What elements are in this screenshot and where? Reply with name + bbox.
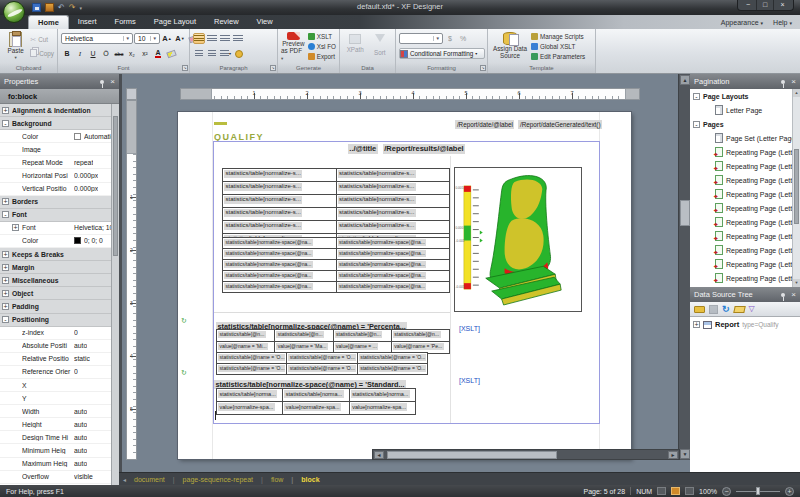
qat-menu-caret-icon[interactable]: ▾	[79, 3, 82, 13]
export-button[interactable]: Export	[308, 52, 336, 62]
grow-font-button[interactable]: A▲	[161, 33, 173, 44]
table-cell[interactable]: value[normalize-spa...	[350, 402, 415, 414]
blade-image[interactable]: 0.005 0.000 -0.001 -0.005	[454, 167, 582, 312]
subscript-button[interactable]: x₂	[126, 48, 138, 59]
breadcrumb-item[interactable]: flow	[257, 476, 287, 483]
table-cell[interactable]: statistics/table[normalize-s...	[337, 169, 450, 181]
property-row[interactable]: Color Automatic	[0, 130, 111, 143]
property-value[interactable]: auto	[74, 447, 87, 454]
xslt-tag[interactable]: [XSLT]	[459, 325, 480, 332]
pagination-tree-item[interactable]: Letter Page	[690, 103, 800, 117]
align-justify-button[interactable]	[232, 33, 244, 44]
shrink-font-button[interactable]: A▼	[174, 33, 186, 44]
stats-table-1[interactable]: statistics/table[normalize-s...statistic…	[222, 168, 450, 247]
indent-increase-button[interactable]	[206, 48, 218, 59]
xpath-field[interactable]: ../@title	[348, 144, 378, 154]
property-row[interactable]: + Object	[0, 287, 111, 300]
table-cell[interactable]: value[normalize-spa...	[283, 402, 349, 414]
table-cell[interactable]: statistics/table[normalize-space(@na...	[337, 249, 450, 259]
conditional-formatting-button[interactable]: Conditional Formatting ▾	[399, 48, 485, 59]
table-cell[interactable]: statistics/table[normalize-s...	[337, 208, 450, 220]
refresh-icon[interactable]: ↻	[722, 305, 730, 314]
underline-button[interactable]: U	[87, 48, 99, 59]
pin-icon[interactable]	[781, 293, 785, 297]
property-row[interactable]: Absolute Positi auto	[0, 340, 111, 353]
property-row[interactable]: + Keeps & Breaks	[0, 248, 111, 261]
expand-collapse-icon[interactable]: -	[2, 316, 9, 323]
property-value[interactable]: auto	[74, 460, 87, 467]
pin-icon[interactable]	[781, 80, 785, 84]
global-xslt-button[interactable]: Global XSLT	[531, 42, 585, 52]
copy-button[interactable]: Copy	[30, 48, 54, 58]
italic-button[interactable]: I	[74, 48, 86, 59]
breadcrumb-item[interactable]: page-sequence-repeat	[169, 476, 257, 483]
table-cell[interactable]: statistics/table[normalize-s...	[337, 221, 450, 233]
strikethrough-button[interactable]: abc	[113, 48, 125, 59]
table-cell[interactable]: statistics/table[@n...	[217, 330, 275, 341]
property-row[interactable]: Horizontal Posi 0.000px	[0, 169, 111, 182]
property-value[interactable]: auto	[74, 408, 87, 415]
scroll-right-icon[interactable]: ►	[668, 451, 678, 459]
pagination-tree-item[interactable]: Repeating Page (Letter Pa	[690, 243, 800, 257]
repeat-region-icon[interactable]: ↻	[181, 369, 187, 376]
expand-collapse-icon[interactable]: -	[2, 211, 9, 218]
property-row[interactable]: + Alignment & Indentation	[0, 104, 111, 117]
stats-table-2[interactable]: statistics/table[normalize-space(@na...s…	[222, 237, 450, 293]
property-value[interactable]: Helvetica; 10pt	[74, 224, 111, 231]
xpath-field[interactable]: /Report/results/@label	[383, 144, 465, 154]
table-cell[interactable]: statistics/table[normalize-space(@na...	[223, 249, 337, 259]
pagination-tree-item[interactable]: Repeating Page (Letter Pa	[690, 229, 800, 243]
highlight-button[interactable]	[165, 48, 177, 59]
xslt-tag[interactable]: [XSLT]	[459, 377, 480, 384]
pagination-tree-item[interactable]: Repeating Page (Letter Pa	[690, 201, 800, 215]
paragraph-marks-button[interactable]	[233, 48, 245, 59]
filter-icon[interactable]: ▽	[749, 305, 755, 313]
pagination-scrollbar[interactable]: ▲ ▼	[792, 89, 800, 287]
percent-format-button[interactable]: %	[457, 33, 469, 44]
table-cell[interactable]: statistics/table[normalize-s...	[223, 221, 337, 233]
expand-collapse-icon[interactable]: +	[2, 290, 9, 297]
property-row[interactable]: - Font	[0, 209, 111, 222]
table-cell[interactable]: statistics/table[normalize-s...	[223, 195, 337, 207]
table-cell[interactable]: statistics/table[normalize-space(@na...	[337, 260, 450, 270]
close-button[interactable]: ×	[774, 0, 791, 10]
align-right-button[interactable]	[219, 33, 231, 44]
property-row[interactable]: Y	[0, 392, 111, 405]
property-row[interactable]: - Background	[0, 117, 111, 130]
property-row[interactable]: Design Time Hi auto	[0, 431, 111, 444]
property-row[interactable]: + Miscellaneous	[0, 274, 111, 287]
design-canvas[interactable]: 1234567 12345 QUALIFY /Report/date/@labe…	[119, 74, 690, 472]
ribbon-tab[interactable]: Home	[28, 15, 69, 29]
table-cell[interactable]: statistics/table[normalize-space(@na...	[337, 271, 450, 281]
dialog-launcher-icon[interactable]: ↘	[270, 65, 276, 71]
save-icon[interactable]	[32, 3, 41, 12]
view-mode-design-icon[interactable]	[657, 487, 666, 495]
save-data-icon[interactable]	[709, 305, 718, 314]
table-cell[interactable]: statistics/table[norma...	[283, 389, 349, 401]
property-value[interactable]: 0.000px	[74, 172, 98, 179]
property-row[interactable]: Width auto	[0, 405, 111, 418]
zoom-out-icon[interactable]: −	[722, 487, 731, 496]
close-icon[interactable]: ×	[791, 291, 796, 299]
property-value[interactable]: static	[74, 355, 90, 362]
preview-as-pdf-button[interactable]: Preview as PDF ▾	[281, 31, 306, 62]
scroll-down-icon[interactable]: ▼	[793, 279, 800, 287]
ribbon-tab[interactable]: Forms	[106, 15, 145, 29]
document-page[interactable]: QUALIFY /Report/date/@label/Report/dateG…	[178, 112, 631, 459]
cut-button[interactable]: ✂Cut	[30, 35, 54, 45]
property-box-icon[interactable]	[74, 133, 81, 140]
list-button[interactable]: ▾	[219, 48, 232, 59]
indent-decrease-button[interactable]	[193, 48, 205, 59]
property-row[interactable]: Reference Orier 0	[0, 366, 111, 379]
zoom-slider-thumb[interactable]	[756, 487, 760, 495]
view-mode-preview-icon[interactable]	[685, 487, 694, 495]
ribbon-tab[interactable]: View	[248, 15, 282, 29]
pagination-tree-item[interactable]: Page Set (Letter Page)	[690, 131, 800, 145]
breadcrumb-item[interactable]: block	[287, 476, 323, 483]
ribbon-tab[interactable]: Review	[205, 15, 248, 29]
scrollbar-thumb[interactable]	[680, 200, 690, 226]
property-row[interactable]: z-index 0	[0, 327, 111, 340]
pagination-tree-item[interactable]: Repeating Page (Letter Pa	[690, 215, 800, 229]
expand-collapse-icon[interactable]: +	[693, 321, 700, 328]
xslt-button[interactable]: XSLT	[308, 31, 336, 41]
